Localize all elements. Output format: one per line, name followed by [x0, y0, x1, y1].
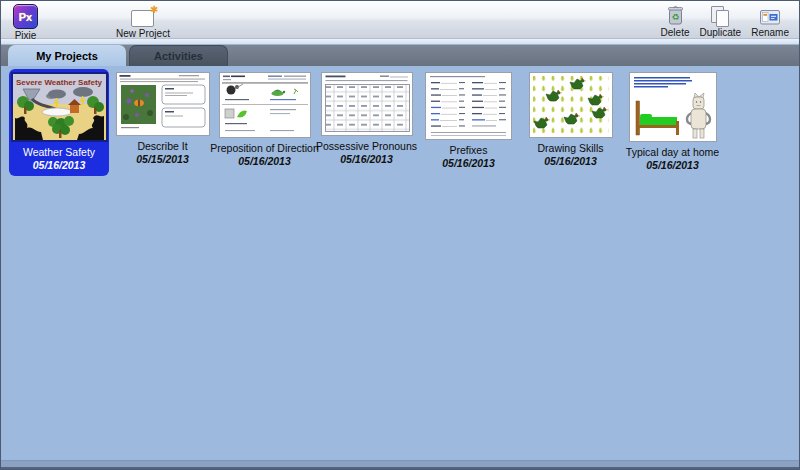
delete-label: Delete: [661, 28, 690, 38]
new-star-icon: ✱: [150, 5, 158, 15]
project-item-typical-day-at-home[interactable]: Typical day at home 05/16/2013: [624, 69, 721, 176]
project-date: 05/16/2013: [33, 159, 86, 171]
project-date: 05/15/2013: [136, 153, 189, 165]
describe-it-thumbnail[interactable]: [116, 72, 210, 136]
pixie-app-button[interactable]: Px Pixie: [9, 1, 42, 41]
project-item-drawing-skills[interactable]: Drawing Skills 05/16/2013: [522, 69, 619, 172]
thumbnail-caption: Severe Weather Safety: [15, 78, 102, 87]
project-date: 05/16/2013: [442, 157, 495, 169]
pixie-app-icon: Px: [13, 4, 38, 29]
pixie-window: Px Pixie ✱ New Project ♻: [0, 0, 800, 470]
project-title: Possessive Pronouns: [316, 140, 417, 152]
project-title: Prefixes: [450, 144, 488, 156]
typical-day-thumbnail[interactable]: [629, 72, 717, 142]
project-item-weather-safety[interactable]: Severe Weather Safety Weather Safety 05/…: [9, 69, 109, 176]
tab-bar: My Projects Activities: [1, 45, 799, 66]
project-title: Typical day at home: [626, 146, 719, 158]
rename-label: Rename: [751, 28, 789, 38]
project-date: 05/16/2013: [646, 159, 699, 171]
project-title: Drawing Skills: [538, 142, 604, 154]
project-title: Preposition of Direction: [210, 142, 319, 154]
duplicate-label: Duplicate: [699, 28, 741, 38]
projects-panel: Severe Weather Safety Weather Safety 05/…: [1, 66, 799, 464]
project-title: Describe It: [137, 140, 187, 152]
possessive-pronouns-thumbnail[interactable]: [321, 72, 413, 136]
drawing-skills-thumbnail[interactable]: [529, 72, 613, 138]
trash-icon: ♻: [667, 4, 684, 26]
preposition-thumbnail[interactable]: [219, 72, 311, 138]
projects-row: Severe Weather Safety Weather Safety 05/…: [9, 69, 799, 176]
bottom-edge-bar: [1, 460, 799, 469]
project-item-describe-it[interactable]: Describe It 05/15/2013: [114, 69, 211, 170]
project-title: Weather Safety: [23, 146, 95, 158]
new-project-button[interactable]: ✱ New Project: [112, 1, 174, 39]
tab-my-projects[interactable]: My Projects: [8, 45, 126, 66]
prefixes-thumbnail[interactable]: [425, 72, 512, 140]
pixie-app-label: Pixie: [15, 31, 37, 41]
new-document-icon: ✱: [131, 10, 154, 27]
delete-button[interactable]: ♻ Delete: [657, 1, 694, 38]
rename-button[interactable]: Rename: [747, 1, 793, 38]
weather-safety-thumbnail[interactable]: Severe Weather Safety: [11, 72, 108, 142]
rename-field-icon: [760, 4, 780, 26]
svg-text:♻: ♻: [671, 12, 679, 22]
project-item-possessive-pronouns[interactable]: Possessive Pronouns 05/16/2013: [318, 69, 415, 170]
new-project-label: New Project: [116, 29, 170, 39]
project-date: 05/16/2013: [238, 155, 291, 167]
duplicate-pages-icon: [710, 4, 730, 26]
duplicate-button[interactable]: Duplicate: [695, 1, 745, 38]
project-item-prefixes[interactable]: Prefixes 05/16/2013: [420, 69, 517, 174]
toolbar: Px Pixie ✱ New Project ♻: [1, 1, 799, 39]
tab-activities[interactable]: Activities: [129, 45, 228, 66]
project-date: 05/16/2013: [340, 153, 393, 165]
project-item-preposition-of-direction[interactable]: Preposition of Direction 05/16/2013: [216, 69, 313, 172]
project-date: 05/16/2013: [544, 155, 597, 167]
